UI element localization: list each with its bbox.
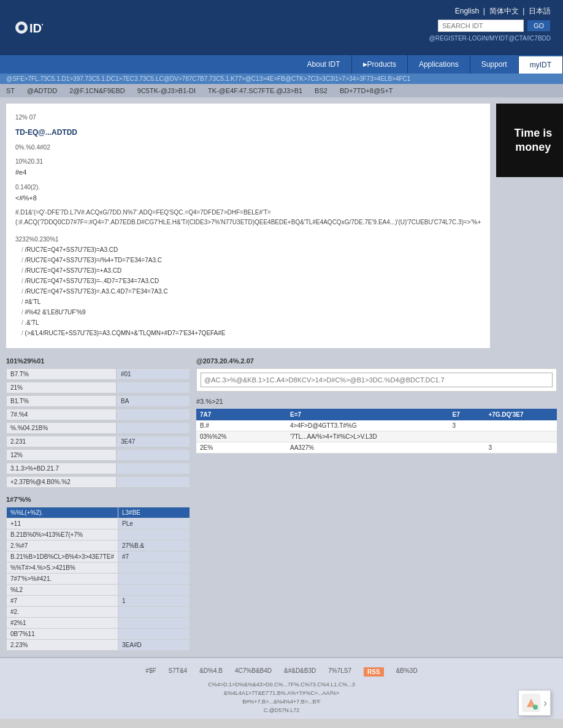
article-list-title: 3232%0.230%1 bbox=[15, 235, 481, 244]
cell-1-1: B.# bbox=[196, 420, 286, 431]
sub-nav: ST @ADTDD 2@F.1CN&F9EBD 9C5TK-@J3>B1-DI … bbox=[0, 84, 563, 97]
nav-about[interactable]: About IDT bbox=[296, 55, 352, 74]
page-footer: #$F S7T&4 &D%4.B 4C7%B&B4D &#&D&B3D 7%7L… bbox=[0, 657, 563, 719]
footer-link-1[interactable]: #$F bbox=[145, 667, 156, 677]
results-table: 7A7 E=7 E7 +7G.DQ'3E7 B.# 4>4F>D@4GTT3.T… bbox=[196, 409, 557, 453]
list-item: /RUC7E=Q47+SS7U'7E3)=.A3.C.4D7=7'E34=7A3… bbox=[21, 287, 481, 296]
form-cell-label: #2%1 bbox=[7, 618, 118, 629]
rss-icon[interactable]: RSS bbox=[364, 667, 384, 677]
logo-icon: IDT bbox=[12, 12, 43, 43]
form-value-1: #01 bbox=[117, 368, 190, 380]
corner-arrow-icon[interactable]: › bbox=[543, 697, 547, 710]
logo[interactable]: IDT bbox=[12, 12, 49, 43]
svg-text:IDT: IDT bbox=[29, 21, 43, 35]
sub-nav-adtdd[interactable]: @ADTDD bbox=[27, 87, 57, 94]
form-label-6: 2.231 bbox=[6, 436, 117, 447]
col-header-2: E=7 bbox=[286, 409, 449, 420]
go-button[interactable]: GO bbox=[527, 20, 551, 32]
main-content: 12% 07 TD-EQ@...ADTDD 0%.%0.4#02 10%20.3… bbox=[0, 97, 563, 657]
form-row-7: 12% bbox=[6, 449, 190, 461]
form-row-8: 3.1.3>%+BD.21.7 bbox=[6, 463, 190, 474]
article-meta-date: 12% 07 bbox=[15, 113, 481, 122]
svg-point-1 bbox=[18, 25, 25, 31]
list-item: (>&'L4/RUC7E+SS7U'7E3)=A3.CQMN+&'TLQMN+#… bbox=[21, 328, 481, 338]
search-input[interactable] bbox=[438, 20, 524, 32]
form-row: B.21%B>1DB%CL>B%4>3>43E7TE# #7 bbox=[7, 552, 190, 563]
footer-text-2: &%4L4A1>7T&E7'71.B%.A%+T#%C>...AA/%> bbox=[6, 690, 557, 696]
cell-3-3 bbox=[449, 442, 485, 453]
sub-nav-item6[interactable]: BS2 bbox=[315, 87, 327, 94]
article-label1: 10%20.31 bbox=[15, 157, 481, 166]
list-item: /RUC7E=Q47+SS7U'7E3)=/%4+TD=7'E34=7A3.C bbox=[21, 256, 481, 265]
sub-nav-st[interactable]: ST bbox=[6, 87, 15, 94]
form-cell-label: B.21%B>1DB%CL>B%4>3>43E7TE# bbox=[7, 552, 118, 563]
footer-link-4[interactable]: 4C7%B&B4D bbox=[235, 667, 272, 677]
lang-english[interactable]: English bbox=[455, 7, 479, 15]
form-row-9: +2.37B%@4.B0%.%2 bbox=[6, 476, 190, 488]
col-header-4: +7G.DQ'3E7 bbox=[484, 409, 557, 420]
article-value1: #e4 bbox=[15, 167, 481, 178]
cell-1-2: 4>4F>D@4GTT3.T#%G bbox=[286, 420, 449, 431]
form-row-5: %.%04.21B% bbox=[6, 422, 190, 434]
footer-link-5[interactable]: &#&D&B3D bbox=[284, 667, 316, 677]
form-row-6: 2.231 3E47 bbox=[6, 436, 190, 447]
language-selector[interactable]: English | 简体中文 | 日本語 bbox=[455, 6, 551, 17]
form-table-header: %%L(+%2). L3#BE bbox=[7, 507, 190, 518]
cell-1-4 bbox=[484, 420, 557, 431]
form-cell-label: B.21B%0%>413%E7(+7% bbox=[7, 529, 118, 540]
sub-nav-item5[interactable]: TK-@E4F.47.SC7FTE.@J3>B1 bbox=[208, 87, 302, 94]
account-link[interactable]: @REGISTER-LOGIN/MYIDT@CTA/IC7BDD bbox=[429, 35, 551, 42]
list-item: #&'TL bbox=[21, 297, 481, 306]
footer-link-2[interactable]: S7T&4 bbox=[169, 667, 188, 677]
nav-support[interactable]: Support bbox=[470, 55, 519, 74]
article-box: 12% 07 TD-EQ@...ADTDD 0%.%0.4#02 10%20.3… bbox=[6, 104, 490, 348]
footer-text-3: B#%+7.B>...&%4%4+7.B>...B'F bbox=[6, 699, 557, 705]
sub-nav-item3[interactable]: 2@F.1CN&F9EBD bbox=[69, 87, 125, 94]
footer-link-3[interactable]: &D%4.B bbox=[199, 667, 223, 677]
form-label-2: 21% bbox=[6, 382, 117, 393]
form-label-3: B1.T% bbox=[6, 395, 117, 407]
footer-text-1: C%4>D.1>D%&%&43>D0.C%...7F%.C%73.C%4.L1.… bbox=[6, 681, 557, 688]
lang-chinese[interactable]: 简体中文 bbox=[489, 7, 519, 15]
ad-box: Time is money bbox=[496, 104, 563, 348]
lang-japanese[interactable]: 日本語 bbox=[529, 7, 551, 15]
form-label-5: %.%04.21B% bbox=[6, 422, 117, 434]
list-item: /RUC7E=Q47+SS7U'7E3)=-.4D7=7'E34=7A3.CD bbox=[21, 276, 481, 286]
cell-1-3: 3 bbox=[449, 420, 485, 431]
ad-image[interactable]: Time is money bbox=[496, 104, 563, 177]
footer-link-6[interactable]: 7%7LS7 bbox=[328, 667, 351, 677]
list-item: .&'TL bbox=[21, 318, 481, 327]
form-cell-label: #7 bbox=[7, 596, 118, 607]
form-value-2 bbox=[117, 382, 190, 393]
form-row-1: B7.T% #01 bbox=[6, 368, 190, 380]
left-panel-title: 101%29%01 bbox=[6, 357, 190, 365]
main-search-input[interactable] bbox=[201, 373, 553, 387]
form-row: #2%1 bbox=[7, 618, 190, 629]
nav-products[interactable]: Products bbox=[352, 55, 408, 74]
form-row: 2.%#7 27%B.& bbox=[7, 540, 190, 552]
sub-nav-item4[interactable]: 9C5TK-@J3>B1-DI bbox=[137, 87, 196, 94]
lower-section: 101%29%01 B7.T% #01 21% B1.T% BA 7#.%4 bbox=[6, 357, 557, 490]
list-item: /RUC7E=Q47+SS7U'7E3)=+A3.CD bbox=[21, 266, 481, 275]
form-row: +11 PLe bbox=[7, 518, 190, 529]
footer-links: #$F S7T&4 &D%4.B 4C7%B&B4D &#&D&B3D 7%7L… bbox=[6, 667, 557, 677]
sub-nav-item7[interactable]: BD+7TD+8@S+T bbox=[340, 87, 393, 94]
table-row: 03%%2% '7TL...AA/%>4+T#%C>L>V.L3D bbox=[196, 431, 557, 442]
form-cell-label: %%T#>4.%>S.>421B% bbox=[7, 563, 118, 574]
list-item: /RUC7E=Q47+SS7U'7E3)=A3.CD bbox=[21, 245, 481, 254]
svg-point-6 bbox=[533, 705, 538, 710]
table-row: 2E% AA327% 3 bbox=[196, 442, 557, 453]
breadcrumb: @SFE>7FL.73C5.1.D1>397.73C5.1.DC1>7EC3.7… bbox=[0, 74, 563, 84]
nav-applications[interactable]: Applications bbox=[408, 55, 470, 74]
cell-2-1: 03%%2% bbox=[196, 431, 286, 442]
form-label-1: B7.T% bbox=[6, 368, 117, 380]
nav-myidt[interactable]: myIDT bbox=[519, 55, 563, 74]
cell-3-4: 3 bbox=[484, 442, 557, 453]
form-value-7 bbox=[117, 449, 190, 461]
form-cell-label: +11 bbox=[7, 518, 118, 529]
ad-line2: money bbox=[515, 140, 551, 154]
form-row: 0B'7%11 bbox=[7, 629, 190, 640]
footer-link-7[interactable]: &B%3D bbox=[396, 667, 418, 677]
form-cell-value bbox=[118, 607, 190, 618]
form-label-9: +2.37B%@4.B0%.%2 bbox=[6, 476, 117, 488]
